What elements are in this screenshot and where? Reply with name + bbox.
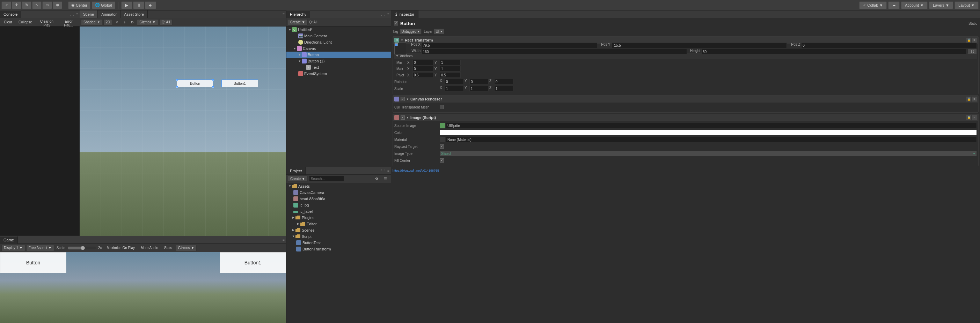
pivot-button[interactable]: ◉ Center	[68, 2, 91, 9]
inspector-tab[interactable]: ℹ Inspector	[391, 11, 419, 18]
pause-button[interactable]: ⏸	[133, 2, 144, 9]
hand-tool[interactable]: ☞	[2, 2, 11, 9]
rot-x-value[interactable]: 0	[445, 79, 464, 84]
handle-bl[interactable]	[176, 86, 178, 88]
hierarchy-tab[interactable]: Hierarchy	[286, 11, 310, 18]
aspect-dropdown[interactable]: Free Aspect ▼	[26, 245, 54, 251]
game-button-1[interactable]: Button	[0, 252, 66, 273]
rect-transform-lock[interactable]: 🔒	[966, 38, 971, 43]
scene-menu-icon[interactable]: ≡	[283, 12, 285, 16]
color-swatch[interactable]	[440, 130, 977, 135]
shaded-dropdown[interactable]: Shaded ▼	[81, 19, 102, 25]
hierarchy-main-camera[interactable]: 📷 Main Camera	[286, 33, 391, 39]
component-enable-checkbox[interactable]: ✓	[394, 21, 398, 25]
fill-center-checkbox[interactable]: ✓	[440, 158, 444, 163]
raycast-checkbox[interactable]: ✓	[440, 144, 444, 149]
pos-z-value[interactable]: 0	[801, 43, 977, 48]
pos-y-value[interactable]: -15.5	[611, 43, 787, 48]
scale-x-value[interactable]: 1	[445, 86, 464, 91]
width-value[interactable]: 160	[422, 49, 687, 54]
cull-transparent-checkbox[interactable]	[440, 105, 444, 109]
game-menu-icon[interactable]: ≡	[283, 238, 285, 242]
anchor-preset-icon[interactable]	[394, 43, 406, 54]
rotate-tool[interactable]: ↻	[22, 2, 32, 9]
scene-tab[interactable]: Scene	[80, 11, 98, 18]
pivot-y-value[interactable]: 0.5	[440, 72, 461, 78]
project-scenes-folder[interactable]: ▶ Scenes	[286, 227, 391, 233]
project-lock-icon[interactable]: ⋮⋮	[380, 169, 387, 173]
space-button[interactable]: 🌐 Global	[92, 2, 115, 9]
layout-button[interactable]: Layout ▼	[955, 2, 978, 9]
handle-tl[interactable]	[176, 79, 178, 81]
project-tab[interactable]: Project	[286, 167, 305, 174]
project-ic-bg[interactable]: ic_bg	[286, 202, 391, 208]
hierarchy-button-1[interactable]: ▼ Button (1)	[286, 58, 391, 64]
button-widget-1[interactable]: Button	[177, 79, 213, 87]
project-view-button[interactable]: ☰	[381, 176, 390, 182]
hierarchy-button[interactable]: ▼ Button	[286, 52, 391, 58]
2d-button[interactable]: 2D	[103, 19, 112, 25]
console-menu-icon[interactable]: ≡	[76, 12, 78, 16]
project-editor-folder[interactable]: ▶ Editor	[286, 221, 391, 227]
min-x-value[interactable]: 0	[412, 60, 433, 65]
layers-button[interactable]: Layers ▼	[929, 2, 953, 9]
button-widget-2[interactable]: Button1	[221, 79, 258, 87]
layer-dropdown[interactable]: UI ▼	[434, 28, 444, 34]
project-script-folder[interactable]: ▼ Script	[286, 233, 391, 240]
max-y-value[interactable]: 1	[440, 66, 461, 71]
collab-button[interactable]: ✓ Collab ▼	[859, 2, 887, 9]
project-cavas-camera[interactable]: CavasCamera	[286, 189, 391, 196]
pivot-x-value[interactable]: 0.5	[412, 72, 433, 78]
maximize-on-play-button[interactable]: Maximize On Play	[104, 245, 137, 251]
rect-transform-menu[interactable]: ≡	[972, 38, 977, 43]
canvas-renderer-lock[interactable]: 🔒	[966, 97, 971, 101]
scale-tool[interactable]: ⤡	[32, 2, 41, 9]
handle-br[interactable]	[212, 86, 214, 88]
game-gizmos-dropdown[interactable]: Gizmos ▼	[176, 245, 197, 251]
project-button-test[interactable]: ButtonTest	[286, 240, 391, 246]
stats-button[interactable]: Stats	[162, 245, 175, 251]
project-button-transform[interactable]: ButtonTransform	[286, 246, 391, 252]
hierarchy-text[interactable]: T Text	[286, 64, 391, 70]
image-script-header[interactable]: ✓ ▼ Image (Script) 🔒 ≡	[393, 114, 978, 121]
project-search-input[interactable]	[309, 176, 344, 181]
project-assets-folder[interactable]: ▼ Assets	[286, 183, 391, 189]
play-button[interactable]: ▶	[121, 2, 132, 9]
display-dropdown[interactable]: Display 1 ▼	[2, 245, 25, 251]
max-x-value[interactable]: 0	[412, 66, 433, 71]
custom-tool[interactable]: ⊕	[53, 2, 62, 9]
scene-root-item[interactable]: ▼ U Untitled*	[286, 27, 391, 33]
game-button-2[interactable]: Button1	[220, 252, 286, 273]
rect-tool[interactable]: ▭	[42, 2, 52, 9]
scene-search[interactable]: Q: All	[159, 19, 173, 25]
tag-dropdown[interactable]: Untagged ▼	[399, 28, 422, 34]
project-create-button[interactable]: Create ▼	[288, 176, 308, 182]
clear-button[interactable]: Clear	[2, 19, 15, 25]
source-image-value[interactable]: UISprite	[446, 123, 977, 128]
rot-z-value[interactable]: 0	[494, 79, 514, 84]
hierarchy-eventsystem[interactable]: EventSystem	[286, 70, 391, 77]
hierarchy-directional-light[interactable]: ☀ Directional Light	[286, 39, 391, 45]
console-lock-icon[interactable]: ⋮⋮	[68, 12, 75, 16]
material-value[interactable]: None (Material)	[446, 137, 977, 142]
project-plugins-folder[interactable]: ▶ Plugins	[286, 215, 391, 221]
hierarchy-lock-icon[interactable]: ⋮⋮	[380, 12, 387, 16]
scale-y-value[interactable]: 1	[469, 86, 488, 91]
cloud-button[interactable]: ☁	[888, 2, 900, 9]
mute-audio-button[interactable]: Mute Audio	[138, 245, 161, 251]
min-y-value[interactable]: 1	[440, 60, 461, 65]
account-button[interactable]: Account ▼	[901, 2, 928, 9]
pos-x-value[interactable]: 79.5	[422, 43, 597, 48]
height-value[interactable]: 30	[701, 49, 967, 54]
project-ic-label[interactable]: ic_label	[286, 208, 391, 215]
audio-button[interactable]: ♪	[121, 19, 127, 25]
url-link[interactable]: https://blog.csdn.net/u014196765	[393, 169, 439, 172]
move-tool[interactable]: ✛	[12, 2, 21, 9]
hierarchy-menu-icon[interactable]: ≡	[387, 12, 390, 16]
collapse-button[interactable]: Collapse	[16, 19, 35, 25]
clear-on-play-button[interactable]: Clear on Play	[36, 19, 57, 25]
game-tab[interactable]: Game	[0, 236, 18, 244]
project-menu-icon[interactable]: ≡	[387, 169, 390, 173]
scale-slider-thumb[interactable]	[81, 246, 85, 250]
canvas-renderer-menu[interactable]: ≡	[972, 97, 977, 101]
